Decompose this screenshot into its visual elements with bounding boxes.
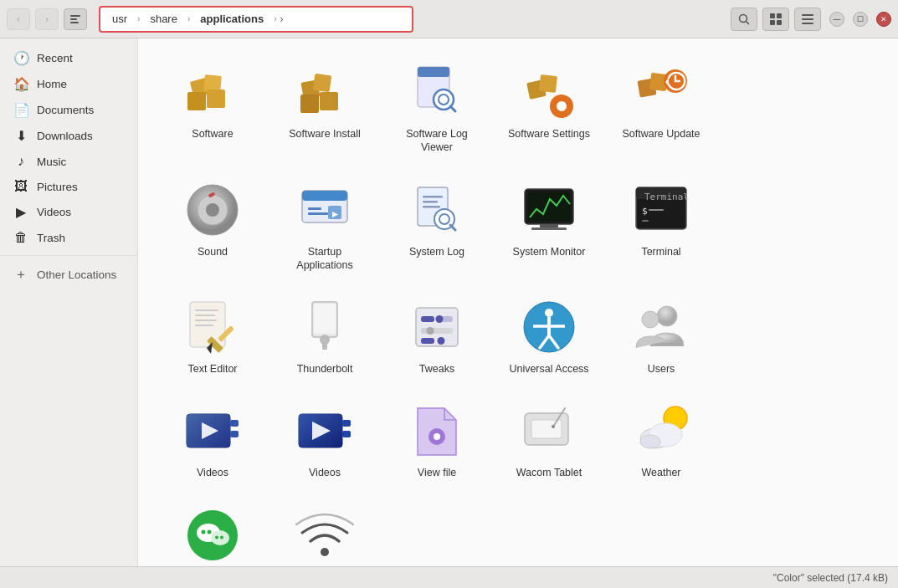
pictures-icon: 🖼 (13, 179, 28, 194)
svg-rect-0 (70, 15, 80, 17)
location-toggle-button[interactable] (64, 8, 87, 30)
app-item-terminal[interactable]: Terminal$Terminal (607, 170, 716, 281)
app-label-text-editor: Text Editor (187, 362, 237, 376)
icon-view-button[interactable] (762, 8, 789, 31)
loc-sep-1: › (136, 14, 141, 23)
app-item-wacom-tablet[interactable]: Wacom Tablet (495, 391, 603, 488)
app-item-thunderbolt[interactable]: Thunderbolt (270, 287, 379, 384)
svg-rect-44 (423, 196, 443, 198)
app-item-universal-access[interactable]: Universal Access (495, 287, 603, 384)
svg-rect-14 (187, 92, 206, 110)
loc-more-button[interactable]: › (280, 13, 283, 25)
svg-rect-41 (328, 206, 341, 219)
svg-point-82 (545, 309, 553, 317)
sidebar-item-documents[interactable]: 📄 Documents (0, 97, 137, 123)
list-view-button[interactable] (794, 8, 821, 31)
svg-rect-64 (195, 325, 213, 326)
location-icon (69, 13, 81, 25)
sidebar-label-music: Music (37, 156, 66, 168)
app-item-software-update[interactable]: Software Update (607, 52, 716, 163)
svg-rect-10 (802, 18, 813, 20)
loc-sep-2: › (186, 14, 192, 23)
loc-applications[interactable]: applications (193, 11, 270, 27)
svg-rect-40 (308, 212, 328, 215)
app-label-system-log: System Log (409, 245, 464, 258)
app-label-videos2: Videos (309, 466, 341, 479)
sidebar-item-recent[interactable]: 🕐 Recent (0, 45, 137, 71)
app-icon-software (182, 62, 243, 122)
loc-usr[interactable]: usr (105, 11, 134, 27)
app-icon-sound (182, 180, 243, 240)
app-icon-wifi (295, 505, 355, 565)
search-button[interactable] (731, 8, 757, 31)
app-item-system-log[interactable]: System Log (382, 170, 491, 281)
svg-rect-63 (195, 320, 217, 321)
sidebar-item-trash[interactable]: 🗑 Trash (0, 225, 137, 250)
svg-point-35 (206, 203, 219, 217)
app-item-tweaks[interactable]: Tweaks (382, 287, 491, 384)
sidebar-label-recent: Recent (37, 52, 73, 64)
app-item-wifi[interactable]: Wi-Fi (270, 495, 379, 567)
app-icon-software-log-viewer (407, 62, 467, 122)
sidebar-item-music[interactable]: ♪ Music (0, 149, 137, 174)
sidebar-label-videos: Videos (37, 206, 71, 218)
main-area: 🕐 Recent 🏠 Home 📄 Documents ⬇ Downloads … (0, 38, 898, 566)
app-item-users[interactable]: Users (607, 287, 716, 384)
app-icon-software-update (631, 62, 691, 122)
svg-rect-52 (540, 224, 558, 228)
maximize-button[interactable]: ☐ (853, 12, 868, 27)
sidebar-item-home[interactable]: 🏠 Home (0, 71, 137, 97)
status-text: "Color" selected (17.4 kB) (773, 572, 888, 584)
app-icon-terminal: Terminal$ (631, 180, 691, 240)
app-label-sound: Sound (198, 245, 228, 258)
close-button[interactable]: ✕ (876, 12, 891, 27)
app-item-weather[interactable]: Weather (607, 391, 716, 488)
app-item-videos1[interactable]: Videos (158, 391, 267, 488)
sidebar-item-other-locations[interactable]: ＋ Other Locations (0, 261, 137, 289)
app-item-startup-applications[interactable]: Startup Applications (270, 170, 379, 281)
svg-rect-92 (230, 420, 239, 427)
sidebar-item-downloads[interactable]: ⬇ Downloads (0, 123, 137, 149)
sidebar-label-other-locations: Other Locations (37, 268, 116, 281)
back-button[interactable]: ‹ (7, 8, 30, 30)
svg-rect-45 (423, 201, 438, 203)
app-item-system-monitor[interactable]: System Monitor (495, 170, 603, 281)
app-label-system-monitor: System Monitor (513, 245, 586, 258)
app-item-videos2[interactable]: Videos (270, 391, 379, 488)
app-label-thunderbolt: Thunderbolt (297, 362, 353, 376)
svg-rect-15 (207, 89, 225, 108)
app-label-software-update: Software Update (622, 127, 700, 141)
app-label-videos1: Videos (197, 466, 228, 479)
forward-button[interactable]: › (35, 8, 59, 30)
app-item-software[interactable]: Software (158, 52, 267, 163)
app-item-software-install[interactable]: Software Install (270, 52, 379, 163)
app-label-terminal: Terminal (641, 245, 680, 258)
app-item-software-log-viewer[interactable]: Software Log Viewer (382, 52, 491, 163)
statusbar: "Color" selected (17.4 kB) (0, 566, 898, 588)
downloads-icon: ⬇ (13, 128, 28, 144)
svg-rect-18 (300, 95, 319, 113)
minimize-button[interactable]: — (829, 12, 844, 27)
sidebar-item-pictures[interactable]: 🖼 Pictures (0, 174, 137, 199)
app-label-wacom-tablet: Wacom Tablet (516, 466, 582, 479)
app-item-text-editor[interactable]: Text Editor (158, 287, 267, 384)
app-item-wechat[interactable]: WeChat (158, 495, 267, 567)
app-item-software-settings[interactable]: Software Settings (495, 52, 603, 163)
app-icon-videos2 (295, 401, 355, 461)
svg-point-28 (557, 101, 567, 111)
svg-rect-19 (320, 92, 338, 110)
search-icon (737, 13, 751, 26)
recent-icon: 🕐 (13, 50, 28, 66)
app-item-sound[interactable]: Sound (158, 170, 267, 281)
list-view-icon (801, 13, 814, 26)
loc-sep-3: › (272, 14, 278, 23)
app-icon-software-settings (519, 62, 579, 122)
loc-share[interactable]: share (143, 11, 184, 27)
sidebar-item-videos[interactable]: ▶ Videos (0, 199, 137, 225)
app-item-view-file[interactable]: View file (382, 391, 491, 488)
svg-rect-58 (649, 209, 664, 211)
svg-rect-98 (342, 431, 351, 437)
app-label-software: Software (192, 127, 233, 141)
icon-view-icon (769, 13, 783, 26)
svg-line-4 (747, 21, 750, 24)
